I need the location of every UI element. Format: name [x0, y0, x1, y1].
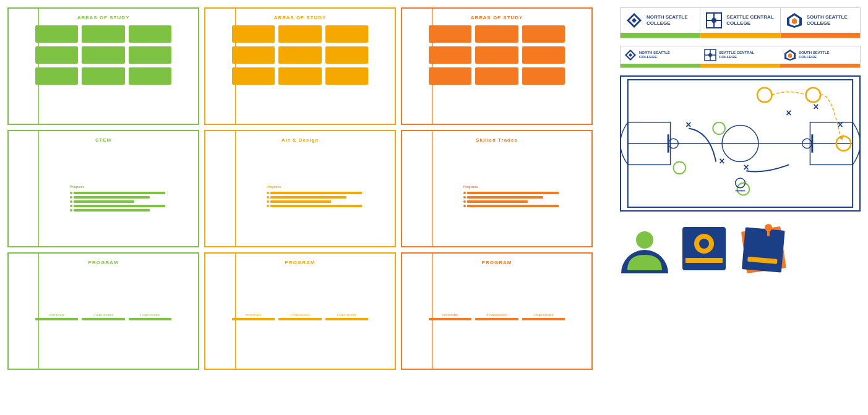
block: [475, 46, 518, 64]
programs-label-yellow: Programs: [267, 185, 368, 189]
areas-title-yellow: AREAS OF STUDY: [274, 15, 327, 20]
cert-bar: [278, 318, 321, 320]
cert-bar: [429, 318, 471, 320]
blocks-grid-yellow: [232, 25, 368, 85]
block: [129, 25, 171, 43]
central-icon-sm: [704, 49, 716, 61]
line: [74, 200, 134, 203]
cert-item: 4 YEAR DEGREE: [325, 314, 368, 320]
art-thumb: [232, 185, 263, 216]
block: [475, 25, 518, 43]
cert-label: 2 YEAR DEGREE: [82, 314, 124, 317]
stem-thumb: [35, 185, 66, 216]
trades-content: Programs: [429, 185, 565, 216]
prog-bottom-yellow: CERTIFICATE 2 YEAR DEGREE 4 YEAR DEGREE: [232, 273, 368, 320]
south-seattle-logo: SOUTH SEATTLECOLLEGE: [781, 8, 860, 38]
svg-rect-45: [742, 227, 785, 272]
bullet-row: [267, 200, 368, 203]
divider-green-3: [38, 254, 39, 369]
programs-label-orange: Programs: [463, 185, 565, 189]
svg-marker-35: [840, 134, 844, 140]
court-diagram: × × × × × ×: [620, 75, 861, 212]
line: [270, 205, 362, 207]
program-yellow: PROGRAM CERTIFICATE 2 YEAR DEGREE: [204, 252, 396, 370]
blocks-grid-orange: [429, 25, 565, 85]
cert-row-green: CERTIFICATE 2 YEAR DEGREE 4 YEAR DEGREE: [35, 314, 171, 320]
north-logo-text-sm: NORTH SEATTLECOLLEGE: [639, 51, 670, 59]
south-logo-text-sm: SOUTH SEATTLECOLLEGE: [799, 51, 830, 59]
svg-rect-48: [767, 228, 770, 236]
cert-item: 4 YEAR DEGREE: [522, 314, 565, 320]
south-icon-sm: [784, 49, 796, 61]
block: [129, 46, 171, 64]
cert-item: CERTIFICATE: [35, 314, 78, 320]
right-panel: NORTH SEATTLECOLLEGE SEATTLE CENTRALCOLL…: [620, 7, 861, 370]
block: [278, 67, 321, 85]
areas-study-orange: AREAS OF STUDY: [401, 7, 593, 125]
prog-main-green: [35, 273, 171, 310]
block: [82, 46, 124, 64]
central-color-bar: [700, 33, 780, 38]
south-seattle-logo-sm: SOUTH SEATTLECOLLEGE: [780, 46, 860, 67]
svg-text:×: ×: [719, 156, 724, 166]
prog-main-yellow: [232, 273, 368, 310]
south-bar-sm: [780, 64, 860, 67]
cert-bar: [129, 318, 171, 320]
cert-bar: [325, 318, 368, 320]
bullet-row: [463, 192, 565, 194]
cert-bar: [35, 318, 78, 320]
north-seattle-logo: NORTH SEATTLECOLLEGE: [621, 8, 700, 38]
svg-point-43: [699, 239, 709, 249]
bullet-green: [70, 192, 72, 194]
block: [35, 46, 78, 64]
svg-point-39: [636, 231, 653, 249]
cert-row-orange: CERTIFICATE 2 YEAR DEGREE 4 YEAR DEGREE: [429, 314, 565, 320]
north-logo-top: NORTH SEATTLECOLLEGE: [621, 8, 700, 33]
svg-point-32: [757, 88, 772, 103]
program-green: PROGRAM CERTIFICATE 2 YEAR DEGREE: [7, 252, 199, 370]
court-svg: × × × × × ×: [621, 77, 859, 210]
line: [467, 196, 543, 199]
block: [232, 46, 275, 64]
bullet-orange: [463, 200, 466, 203]
block: [35, 67, 78, 85]
cert-item: 4 YEAR DEGREE: [129, 314, 171, 320]
block: [429, 25, 471, 43]
svg-point-30: [713, 122, 725, 135]
bullet-row: [463, 205, 565, 207]
block: [129, 67, 171, 85]
bullet-row: [463, 196, 565, 199]
cert-item: CERTIFICATE: [232, 314, 275, 320]
bullet-row: [70, 192, 171, 194]
row-1: AREAS OF STUDY AREAS OF STUDY: [7, 7, 614, 125]
block: [325, 67, 368, 85]
program-title-green: PROGRAM: [88, 260, 119, 265]
bullet-orange: [463, 205, 466, 207]
person-icon: [620, 224, 669, 273]
stem-content: Programs: [35, 185, 171, 216]
block: [35, 25, 78, 43]
art-detail: Programs: [232, 150, 368, 216]
stem-detail: Programs: [35, 150, 171, 216]
block: [325, 25, 368, 43]
cert-item: 2 YEAR DEGREE: [278, 314, 321, 320]
cert-label: 4 YEAR DEGREE: [325, 314, 368, 317]
divider-yellow: [235, 9, 236, 124]
block: [522, 67, 565, 85]
stem-hero: [35, 150, 171, 181]
line: [270, 200, 331, 203]
south-icon: [786, 12, 803, 29]
cert-label: CERTIFICATE: [429, 314, 471, 317]
cert-bar: [82, 318, 124, 320]
divider-orange-3: [432, 254, 432, 369]
program-title-yellow: PROGRAM: [285, 260, 316, 265]
north-logo-text: NORTH SEATTLECOLLEGE: [647, 14, 688, 27]
art-hero: [232, 150, 368, 181]
left-grid: AREAS OF STUDY AREAS OF STUDY: [7, 7, 614, 370]
bullet-yellow: [267, 205, 269, 207]
north-icon: [625, 12, 643, 29]
line: [74, 205, 165, 207]
line: [270, 192, 362, 194]
prog-main-orange: [429, 273, 565, 310]
bullet-row: [267, 205, 368, 207]
